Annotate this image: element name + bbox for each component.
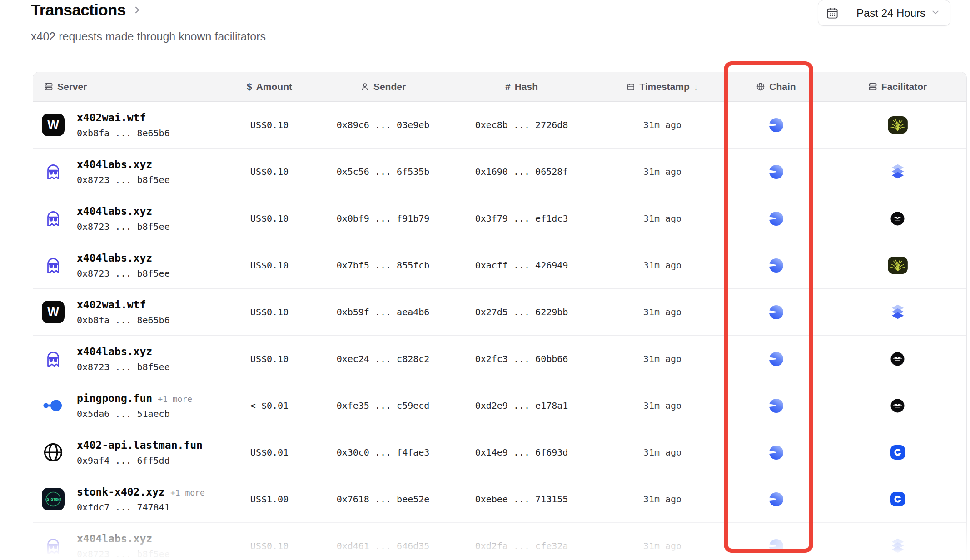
- wings-facilitator-icon: [890, 212, 905, 226]
- hash-cell: 0x27d5 ... 6229bb: [442, 289, 601, 335]
- transaction-row[interactable]: x404labs.xyz0x8723 ... b8f5eeUS$0.100xec…: [33, 336, 966, 382]
- w-badge-server-icon: W: [41, 301, 65, 323]
- base-chain-icon: [769, 164, 784, 179]
- chain-cell: [724, 523, 828, 560]
- server-address: 0x8723 ... b8f5ee: [77, 174, 170, 185]
- server-extra-count: +1 more: [158, 394, 192, 404]
- amount-cell: US$0.01: [215, 429, 324, 476]
- layers-facilitator-icon: [889, 163, 906, 180]
- amount-cell: US$0.10: [215, 523, 324, 560]
- column-header-chain[interactable]: Chain: [724, 72, 828, 101]
- ghost-server-icon: [41, 255, 65, 276]
- column-label: Hash: [515, 81, 538, 92]
- facilitator-cell: [828, 336, 967, 382]
- amount-cell: US$0.10: [215, 102, 324, 148]
- hash-cell: 0x14e9 ... 6f693d: [442, 429, 601, 476]
- server-name: x404labs.xyz: [77, 159, 152, 170]
- transaction-row[interactable]: x404labs.xyz0x8723 ... b8f5eeUS$0.100x7b…: [33, 242, 966, 289]
- amount-cell: US$0.10: [215, 242, 324, 288]
- transaction-row[interactable]: pingpong.fun+1 more0x5da6 ... 51aecb< $0…: [33, 382, 966, 429]
- base-chain-icon: [769, 305, 784, 320]
- server-name: x402wai.wtf: [77, 299, 146, 311]
- chain-cell: [724, 476, 828, 522]
- timestamp-cell: 31m ago: [601, 242, 724, 288]
- timestamp-cell: 31m ago: [601, 523, 724, 560]
- server-rack-icon: [44, 82, 53, 91]
- server-name: x404labs.xyz: [77, 346, 152, 357]
- w-badge-server-icon: W: [41, 114, 65, 136]
- facilitator-cell: [828, 382, 967, 429]
- chain-cell: [724, 149, 828, 195]
- column-header-timestamp[interactable]: Timestamp↓: [601, 72, 724, 101]
- column-label: Chain: [769, 81, 796, 92]
- column-header-hash[interactable]: #Hash: [442, 72, 601, 101]
- transaction-row[interactable]: x404labs.xyz0x8723 ... b8f5eeUS$0.100x5c…: [33, 149, 966, 195]
- transaction-row[interactable]: Wx402wai.wtf0xb8fa ... 8e65b6US$0.100x89…: [33, 102, 966, 149]
- chevron-right-icon: [132, 5, 142, 15]
- coinbase-facilitator-icon: [890, 492, 905, 506]
- column-header-sender[interactable]: Sender: [324, 72, 442, 101]
- page-subtitle: x402 requests made through known facilit…: [31, 30, 266, 43]
- column-label: Sender: [373, 81, 406, 92]
- amount-cell: US$0.10: [215, 336, 324, 382]
- base-chain-icon: [769, 211, 784, 226]
- hash-cell: 0xd2fa ... cfe32a: [442, 523, 601, 560]
- coinbase-facilitator-icon: [890, 445, 905, 460]
- server-cell: x404labs.xyz0x8723 ... b8f5ee: [33, 149, 215, 195]
- column-label: Facilitator: [881, 81, 927, 92]
- calendar-icon: [627, 83, 635, 91]
- server-name: x404labs.xyz: [77, 533, 152, 545]
- base-chain-icon: [769, 258, 784, 273]
- sender-cell: 0xfe35 ... c59ecd: [324, 382, 442, 429]
- facilitator-cell: [828, 102, 967, 148]
- server-rack-icon: [868, 82, 877, 91]
- server-cell: x402-api.lastman.fun0x9af4 ... 6ff5dd: [33, 429, 215, 476]
- column-header-facilitator[interactable]: Facilitator: [828, 72, 967, 101]
- time-range-filter[interactable]: Past 24 Hours: [818, 0, 950, 26]
- transactions-title-link[interactable]: Transactions: [31, 1, 266, 19]
- calendar-icon[interactable]: [818, 0, 846, 25]
- facilitator-cell: [828, 289, 967, 335]
- column-header-server[interactable]: Server: [33, 72, 215, 101]
- amount-cell: US$0.10: [215, 289, 324, 335]
- column-label: Server: [57, 81, 87, 92]
- timestamp-cell: 31m ago: [601, 429, 724, 476]
- server-name: x402-api.lastman.fun: [77, 439, 203, 451]
- ghost-server-icon: [41, 348, 65, 369]
- wings-facilitator-icon: [890, 399, 905, 413]
- transaction-row[interactable]: x402-api.lastman.fun0x9af4 ... 6ff5ddUS$…: [33, 429, 966, 476]
- base-chain-icon: [769, 398, 784, 413]
- timestamp-cell: 31m ago: [601, 102, 724, 148]
- base-chain-icon: [769, 492, 784, 507]
- hash-cell: 0xebee ... 713155: [442, 476, 601, 522]
- chain-cell: [724, 429, 828, 476]
- pingpong-server-icon: [41, 397, 65, 414]
- layers-facilitator-icon: [889, 537, 906, 555]
- transaction-row[interactable]: (S)STONKstonk-x402.xyz+1 more0xfdc7 ... …: [33, 476, 966, 523]
- server-name: pingpong.fun: [77, 392, 152, 404]
- timestamp-cell: 31m ago: [601, 289, 724, 335]
- globe-icon: [756, 82, 765, 91]
- globe-server-icon: [41, 442, 65, 463]
- server-address: 0x8723 ... b8f5ee: [77, 221, 170, 232]
- amount-cell: US$0.10: [215, 195, 324, 242]
- wings-facilitator-icon: [890, 352, 905, 366]
- chain-cell: [724, 195, 828, 242]
- chain-cell: [724, 242, 828, 288]
- transaction-row[interactable]: Wx402wai.wtf0xb8fa ... 8e65b6US$0.100xb5…: [33, 289, 966, 336]
- transaction-row[interactable]: x404labs.xyz0x8723 ... b8f5eeUS$0.100x0b…: [33, 195, 966, 242]
- server-name: x404labs.xyz: [77, 205, 152, 217]
- timestamp-cell: 31m ago: [601, 195, 724, 242]
- base-chain-icon: [769, 118, 784, 133]
- svg-text:(S)STONK: (S)STONK: [45, 497, 62, 501]
- base-chain-icon: [769, 445, 784, 460]
- server-name: x404labs.xyz: [77, 252, 152, 264]
- facilitator-cell: [828, 149, 967, 195]
- timestamp-cell: 31m ago: [601, 336, 724, 382]
- base-chain-icon: [769, 539, 784, 554]
- sort-desc-icon: ↓: [694, 82, 698, 92]
- chain-cell: [724, 336, 828, 382]
- transaction-row[interactable]: x404labs.xyz0x8723 ... b8f5eeUS$0.100xd4…: [33, 523, 966, 560]
- column-header-amount[interactable]: $Amount: [215, 72, 324, 101]
- page-title: Transactions: [31, 1, 126, 19]
